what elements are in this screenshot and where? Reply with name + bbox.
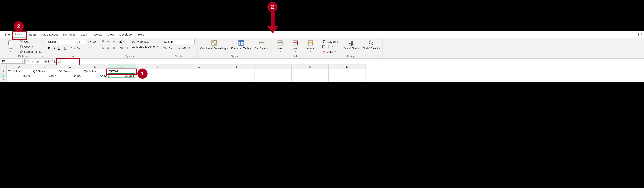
- percent-button[interactable]: %: [168, 46, 173, 50]
- tab-page-layout[interactable]: Page Layout: [39, 32, 60, 37]
- cell[interactable]: 7,087: [32, 74, 57, 78]
- cell[interactable]: [254, 74, 292, 78]
- dialog-launcher-icon[interactable]: ↘: [193, 55, 195, 58]
- worksheet-grid[interactable]: ABCDEFGHIJK1Q1 SalesQ2 SalesQ3 SalesQ4 S…: [0, 64, 644, 82]
- insert-function-button[interactable]: fx: [36, 58, 41, 64]
- cell[interactable]: Q4 Sales: [83, 69, 108, 74]
- align-bottom-button[interactable]: [112, 39, 116, 44]
- column-header[interactable]: H: [218, 64, 254, 69]
- copy-button[interactable]: Copy ▾: [18, 44, 44, 49]
- cell[interactable]: Q3 Sales: [57, 69, 83, 74]
- accounting-format-button[interactable]: ▾: [162, 46, 167, 50]
- delete-cells-button[interactable]: Delete▾: [288, 39, 302, 53]
- cell[interactable]: 8,876: [7, 74, 32, 78]
- align-middle-button[interactable]: [106, 39, 111, 44]
- sheet-table[interactable]: ABCDEFGHIJK1Q1 SalesQ2 SalesQ3 SalesQ4 S…: [0, 64, 366, 82]
- dialog-launcher-icon[interactable]: ↘: [94, 55, 97, 58]
- dialog-launcher-icon[interactable]: ↘: [41, 55, 43, 58]
- font-name-dropdown[interactable]: Calibri ▾: [47, 39, 75, 44]
- font-color-button[interactable]: A▾: [76, 46, 81, 50]
- tab-formulas[interactable]: Formulas: [60, 32, 78, 37]
- tab-home[interactable]: Home: [12, 31, 26, 38]
- cell[interactable]: [292, 69, 329, 74]
- wrap-text-button[interactable]: Wrap Text: [130, 39, 160, 44]
- increase-indent-button[interactable]: [125, 46, 130, 50]
- cell[interactable]: [83, 78, 108, 82]
- borders-button[interactable]: ▾: [64, 46, 69, 50]
- clear-button[interactable]: Clear ▾: [321, 50, 342, 54]
- decrease-indent-button[interactable]: [119, 46, 124, 50]
- tab-review[interactable]: Review: [90, 32, 105, 37]
- autosum-button[interactable]: ∑ AutoSum ▾: [321, 39, 342, 44]
- align-left-button[interactable]: [100, 46, 105, 50]
- align-right-button[interactable]: [112, 46, 116, 50]
- cell[interactable]: Q2 Sales: [32, 69, 57, 74]
- increase-decimal-button[interactable]: .0→.00: [179, 46, 184, 50]
- row-header[interactable]: 1: [0, 69, 7, 74]
- tab-data[interactable]: Data: [78, 32, 90, 37]
- fill-button[interactable]: Fill ▾: [321, 44, 342, 49]
- merge-center-button[interactable]: Merge & Center ▾: [130, 44, 160, 49]
- decrease-decimal-button[interactable]: .00→.0: [184, 46, 189, 50]
- comma-style-button[interactable]: ,: [174, 46, 178, 50]
- cell[interactable]: [218, 78, 254, 82]
- find-select-button[interactable]: Find & Select ▾: [362, 39, 381, 50]
- conditional-formatting-button[interactable]: Conditional Formatting ▾: [199, 39, 229, 50]
- tab-view[interactable]: View: [105, 32, 116, 37]
- cell[interactable]: [180, 78, 218, 82]
- cell[interactable]: [218, 74, 254, 78]
- increase-font-size-button[interactable]: A▲: [87, 40, 92, 44]
- column-header[interactable]: B: [32, 64, 57, 69]
- bold-button[interactable]: B: [47, 46, 52, 50]
- align-top-button[interactable]: [100, 39, 105, 44]
- underline-button[interactable]: U▾: [58, 46, 62, 50]
- tab-developer[interactable]: Developer: [117, 32, 136, 37]
- cell[interactable]: [7, 78, 32, 82]
- comments-icon[interactable]: [638, 32, 642, 37]
- cell[interactable]: [329, 78, 366, 82]
- column-header[interactable]: C: [57, 64, 83, 69]
- cell-styles-button[interactable]: Cell Styles ▾: [254, 39, 270, 50]
- column-header[interactable]: A: [7, 64, 32, 69]
- formula-enter-button[interactable]: ✓: [31, 58, 36, 64]
- column-header[interactable]: I: [254, 64, 292, 69]
- cell[interactable]: [329, 69, 366, 74]
- decrease-font-size-button[interactable]: A▼: [92, 40, 97, 44]
- cell[interactable]: [292, 78, 329, 82]
- cell[interactable]: 9,890: [57, 74, 83, 78]
- cell[interactable]: [180, 69, 218, 74]
- formula-input[interactable]: =SUM(A2:D2): [41, 60, 644, 63]
- cell[interactable]: [218, 69, 254, 74]
- select-all-corner[interactable]: [0, 64, 7, 69]
- cell[interactable]: [108, 78, 136, 82]
- align-center-button[interactable]: [106, 46, 111, 50]
- name-box[interactable]: E2 ▾: [1, 59, 24, 64]
- dialog-launcher-icon[interactable]: ↘: [156, 55, 159, 58]
- format-painter-button[interactable]: Format Painter: [18, 50, 44, 54]
- italic-button[interactable]: I: [52, 46, 57, 50]
- fill-color-button[interactable]: ▾: [71, 46, 75, 50]
- format-cells-button[interactable]: Format▾: [304, 39, 318, 53]
- paste-button[interactable]: Paste ▾: [3, 39, 17, 53]
- insert-cells-button[interactable]: Insert▾: [273, 39, 287, 53]
- cell[interactable]: TOTAL: [108, 69, 136, 74]
- tab-file[interactable]: File: [2, 32, 12, 37]
- row-header[interactable]: 2: [0, 74, 7, 78]
- cell[interactable]: [254, 78, 292, 82]
- cell[interactable]: [329, 74, 366, 78]
- tab-insert[interactable]: Insert: [26, 32, 39, 37]
- column-header[interactable]: E: [108, 64, 136, 69]
- format-as-table-button[interactable]: Format as Table ▾: [230, 39, 252, 50]
- cut-button[interactable]: Cut: [18, 39, 44, 44]
- tab-help[interactable]: Help: [136, 32, 147, 37]
- cell[interactable]: [180, 74, 218, 78]
- column-header[interactable]: G: [180, 64, 218, 69]
- cell[interactable]: 7,462: [83, 74, 108, 78]
- sort-filter-button[interactable]: AZ Sort & Filter ▾: [343, 39, 360, 50]
- column-header[interactable]: D: [83, 64, 108, 69]
- cell[interactable]: [57, 78, 83, 82]
- cell[interactable]: [32, 78, 57, 82]
- cell[interactable]: 33,315: [108, 74, 136, 78]
- cell[interactable]: [254, 69, 292, 74]
- column-header[interactable]: F: [136, 64, 180, 69]
